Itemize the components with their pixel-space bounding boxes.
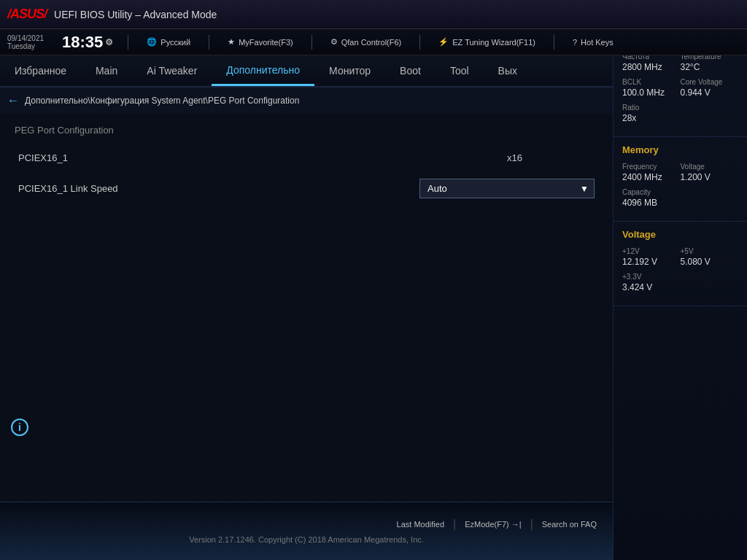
mem-frequency-col: Frequency 2400 MHz [622,163,681,182]
breadcrumb: ← Дополнительно\Конфигурация System Agen… [0,88,613,114]
cpu-bclk-value: 100.0 MHz [622,88,681,98]
nav-item-additional[interactable]: Дополнительно [212,55,314,86]
cpu-ratio-value: 28x [622,113,738,123]
volt-12-label: +12V [622,247,681,255]
volt-12-value: 12.192 V [622,257,681,267]
volt-5-label: +5V [681,247,739,255]
cpu-frequency-col: Частота 2800 MHz [622,52,681,72]
nav-item-favorites[interactable]: Избранное [0,55,81,86]
mem-capacity-col: Capacity 4096 MB [622,188,738,208]
separator [209,35,209,50]
cpu-bclk-voltage-row: BCLK 100.0 MHz Core Voltage 0.944 V [622,78,738,98]
app-title: UEFI BIOS Utility – Advanced Mode [54,9,217,20]
mem-freq-voltage-row: Frequency 2400 MHz Voltage 1.200 V [622,163,738,182]
volt-12-5-row: +12V 12.192 V +5V 5.080 V [622,247,738,267]
cpu-bclk-label: BCLK [622,78,681,86]
volt-33-label: +3.3V [622,273,738,281]
mem-capacity-value: 4096 MB [622,198,738,208]
volt-12-col: +12V 12.192 V [622,247,681,267]
datetime: 09/14/2021 Tuesday [7,34,44,50]
volt-33-value: 3.424 V [622,282,738,292]
config-row-pciex16: PCIEX16_1 x16 [15,147,598,169]
mem-frequency-value: 2400 MHz [622,172,681,182]
favorite-icon: ★ [228,37,235,47]
version-text: Version 2.17.1246. Copyright (C) 2018 Am… [0,535,613,544]
ez-mode-link[interactable]: EzMode(F7) →| [456,517,530,532]
volt-5-col: +5V 5.080 V [681,247,739,267]
cpu-bclk-col: BCLK 100.0 MHz [622,78,681,98]
qfan-button[interactable]: ⚙ Qfan Control(F6) [327,36,406,48]
ez-tuning-button[interactable]: ⚡ EZ Tuning Wizard(F11) [435,36,539,48]
last-modified-link[interactable]: Last Modified [388,517,453,532]
separator [554,35,554,50]
language-button[interactable]: 🌐 Русский [143,36,194,48]
pciex16-label: PCIEX16_1 [18,152,507,163]
fan-icon: ⚙ [330,37,338,47]
config-row-link-speed: PCIEX16_1 Link Speed Auto Gen1 Gen2 Gen3… [15,173,598,204]
nav-item-main[interactable]: Main [81,55,132,86]
hotkeys-button[interactable]: ? Hot Keys [569,36,617,48]
link-speed-select[interactable]: Auto Gen1 Gen2 Gen3 [419,179,595,198]
second-bar: 09/14/2021 Tuesday 18:35 ⚙ 🌐 Русский ★ M… [0,29,747,55]
cpu-ratio-label: Ratio [622,104,738,112]
separator [419,35,420,50]
pciex16-value: x16 [507,152,595,163]
separator [128,35,128,50]
main-content: PEG Port Configuration PCIEX16_1 x16 PCI… [0,114,613,502]
nav-item-exit[interactable]: Вых [484,55,532,86]
nav-bar: Избранное Main Ai Tweaker Дополнительно … [0,55,613,88]
cpu-frequency-value: 2800 MHz [622,62,681,72]
top-bar: /ASUS/ UEFI BIOS Utility – Advanced Mode [0,0,747,29]
asus-logo: /ASUS/ [7,7,47,22]
cpu-ratio-col: Ratio 28x [622,104,738,123]
cpu-ratio-row: Ratio 28x [622,104,738,123]
volt-33-row: +3.3V 3.424 V [622,273,738,292]
info-icon: i [11,419,28,436]
cpu-temp-col: Temperature 32°C [681,52,739,72]
cpu-core-voltage-col: Core Voltage 0.944 V [681,78,739,98]
language-icon: 🌐 [147,37,157,47]
mem-capacity-row: Capacity 4096 MB [622,188,738,208]
link-speed-label: PCIEX16_1 Link Speed [18,183,419,194]
footer-links: Last Modified | EzMode(F7) →| | Search o… [0,502,613,535]
breadcrumb-path: Дополнительно\Конфигурация System Agent\… [25,96,299,106]
memory-section: Memory Frequency 2400 MHz Voltage 1.200 … [614,137,747,222]
search-faq-link[interactable]: Search on FAQ [533,517,605,532]
memory-section-title: Memory [622,144,738,155]
hardware-monitor-panel: 🖥 Hardware Monitor CPU Частота 2800 MHz … [613,0,747,560]
nav-item-boot[interactable]: Boot [385,55,436,86]
cpu-core-voltage-label: Core Voltage [681,78,739,86]
link-speed-dropdown[interactable]: Auto Gen1 Gen2 Gen3 ▼ [419,179,595,198]
exit-icon: →| [511,520,522,529]
bottom-strip: Last Modified | EzMode(F7) →| | Search o… [0,502,613,560]
lightning-icon: ⚡ [438,37,449,47]
volt-5-value: 5.080 V [681,257,739,267]
nav-item-tool[interactable]: Tool [436,55,484,86]
section-title: PEG Port Configuration [15,125,598,136]
hotkeys-icon: ? [573,38,577,47]
mem-capacity-label: Capacity [622,188,738,196]
mem-voltage-label: Voltage [681,163,739,171]
mem-frequency-label: Frequency [622,163,681,171]
myfavorite-button[interactable]: ★ MyFavorite(F3) [224,36,297,48]
voltage-section-title: Voltage [622,229,738,240]
volt-33-col: +3.3V 3.424 V [622,273,738,292]
cpu-freq-temp-row: Частота 2800 MHz Temperature 32°C [622,52,738,72]
date-day: 09/14/2021 Tuesday [7,34,44,50]
separator [311,35,312,50]
info-area: i [11,419,28,436]
back-arrow-icon[interactable]: ← [7,94,19,107]
cpu-temperature-value: 32°C [681,62,739,72]
settings-icon[interactable]: ⚙ [105,38,113,47]
mem-voltage-value: 1.200 V [681,172,739,182]
nav-item-ai-tweaker[interactable]: Ai Tweaker [132,55,212,86]
time-display: 18:35 ⚙ [62,34,113,50]
voltage-section: Voltage +12V 12.192 V +5V 5.080 V +3.3V … [614,222,747,306]
cpu-core-voltage-value: 0.944 V [681,88,739,98]
nav-item-monitor[interactable]: Монитор [314,55,385,86]
mem-voltage-col: Voltage 1.200 V [681,163,739,182]
